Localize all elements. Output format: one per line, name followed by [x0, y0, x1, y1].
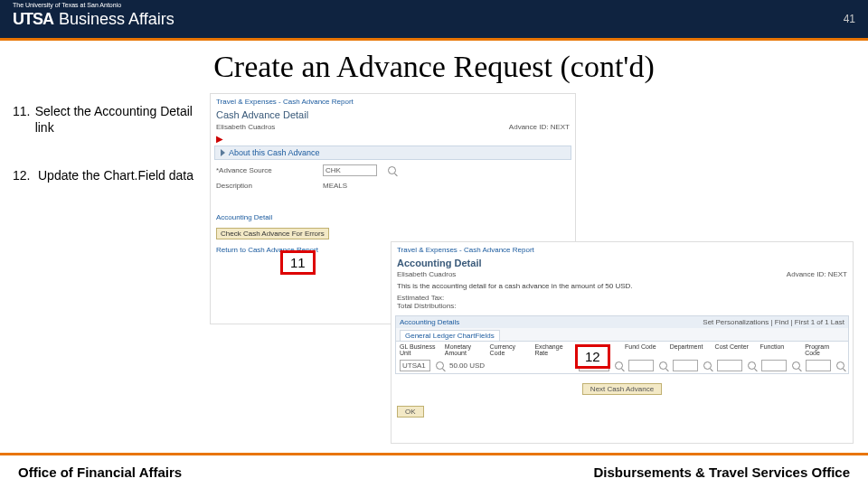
callout-11: 11 [280, 250, 316, 275]
page-title: Accounting Detail [392, 258, 853, 268]
description-row: Description MEALS [211, 179, 575, 192]
footer-left: Office of Financial Affairs [18, 465, 182, 480]
accounting-description: This is the accounting detail for a cash… [392, 280, 853, 292]
personalize-link[interactable]: Set Personalizations | Find | [703, 318, 792, 326]
grid-title: Accounting Details [400, 318, 459, 326]
step-11: 11. Select the Accounting Detail link [13, 104, 193, 136]
lookup-icon[interactable] [748, 361, 756, 370]
step-text: Update the Chart.Field data [38, 168, 193, 184]
breadcrumb: Travel & Expenses - Cash Advance Report [392, 242, 853, 258]
check-errors-button[interactable]: Check Cash Advance For Errors [216, 228, 329, 239]
employee-name: Elisabeth Cuadros [216, 123, 275, 131]
bu-input[interactable]: UTSA1 [400, 360, 430, 371]
lookup-icon[interactable] [792, 361, 800, 370]
expand-marker-icon: ▶ [211, 134, 575, 144]
employee-name: Elisabeth Cuadros [397, 270, 456, 278]
description-label: Description [216, 182, 316, 190]
brand: The University of Texas at San Antonio U… [13, 10, 175, 29]
university-tagline: The University of Texas at San Antonio [13, 2, 121, 8]
breadcrumb: Travel & Expenses - Cash Advance Report [211, 94, 575, 109]
ok-button[interactable]: OK [397, 406, 424, 418]
accounting-detail-link[interactable]: Accounting Detail [211, 211, 575, 224]
lookup-icon[interactable] [615, 361, 623, 370]
advance-source-label: *Advance Source [216, 166, 316, 174]
grid-row: UTSA1 50.00 USD 11650 [396, 358, 848, 373]
advance-id: Advance ID: NEXT [787, 270, 847, 278]
step-number: 12. [13, 168, 38, 184]
advance-id: Advance ID: NEXT [509, 123, 570, 131]
estimated-tax-label: Estimated Tax: [397, 294, 847, 302]
employee-row: Elisabeth Cuadros Advance ID: NEXT [211, 120, 575, 134]
lookup-icon[interactable] [388, 166, 396, 174]
dept-input[interactable] [673, 360, 698, 371]
section-about-cash-advance[interactable]: About this Cash Advance [214, 145, 571, 160]
col-dept: Department [670, 343, 710, 356]
program-input[interactable] [806, 360, 831, 371]
col-bu: GL Business Unit [400, 343, 439, 356]
chevron-right-icon [221, 149, 225, 156]
footer-right: Disbursements & Travel Services Office [594, 465, 850, 480]
step-list: 11. Select the Accounting Detail link 12… [13, 104, 193, 217]
col-rate: Exchange Rate [534, 343, 574, 356]
col-cost-center: Cost Center [715, 343, 755, 356]
header-accent-line [0, 38, 868, 41]
callout-12: 12 [575, 344, 610, 369]
grid-tabs: General Ledger ChartFields [396, 328, 848, 342]
lookup-icon[interactable] [836, 361, 844, 370]
step-12: 12. Update the Chart.Field data [13, 168, 193, 184]
fund-input[interactable] [628, 360, 654, 371]
lookup-icon[interactable] [659, 361, 667, 370]
col-currency: Currency Code [490, 343, 530, 356]
employee-row: Elisabeth Cuadros Advance ID: NEXT [392, 268, 853, 280]
grid-columns: GL Business Unit Monetary Amount Currenc… [396, 342, 848, 358]
header-bar: The University of Texas at San Antonio U… [0, 0, 868, 38]
tab-gl-chartfields[interactable]: General Ledger ChartFields [400, 330, 500, 341]
screenshot-accounting-detail: Travel & Expenses - Cash Advance Report … [391, 241, 854, 444]
advance-source-input[interactable]: CHK [323, 164, 377, 176]
page-title: Cash Advance Detail [211, 109, 575, 120]
lookup-icon[interactable] [703, 361, 712, 370]
lookup-icon[interactable] [436, 361, 444, 370]
grid-toolbar: Set Personalizations | Find | First 1 of… [703, 318, 844, 326]
accounting-details-grid: Accounting Details Set Personalizations … [395, 315, 849, 374]
col-function: Function [760, 343, 799, 356]
page-number: 41 [844, 13, 855, 25]
amount-value: 50.00 USD [449, 361, 485, 370]
logo-business-affairs: Business Affairs [59, 10, 175, 29]
col-program: Program Code [805, 343, 844, 356]
total-distributions-label: Total Distributions: [397, 302, 847, 310]
next-cash-advance-button[interactable]: Next Cash Advance [582, 383, 662, 395]
logo-utsa: UTSA [13, 10, 53, 29]
col-fund: Fund Code [625, 343, 665, 356]
step-number: 11. [13, 104, 35, 136]
step-text: Select the Accounting Detail link [35, 104, 193, 136]
description-value: MEALS [323, 182, 347, 190]
advance-source-row: *Advance Source CHK [211, 162, 575, 179]
footer: Office of Financial Affairs Disbursement… [0, 455, 868, 488]
content-area: 11. Select the Accounting Detail link 12… [0, 89, 868, 451]
grid-nav: First 1 of 1 Last [795, 318, 844, 326]
cost-center-input[interactable] [717, 360, 742, 371]
slide-title: Create an Advance Request (cont'd) [0, 50, 868, 84]
function-input[interactable] [761, 360, 787, 371]
grid-header: Accounting Details Set Personalizations … [396, 316, 848, 328]
col-amount: Monetary Amount [445, 343, 485, 356]
